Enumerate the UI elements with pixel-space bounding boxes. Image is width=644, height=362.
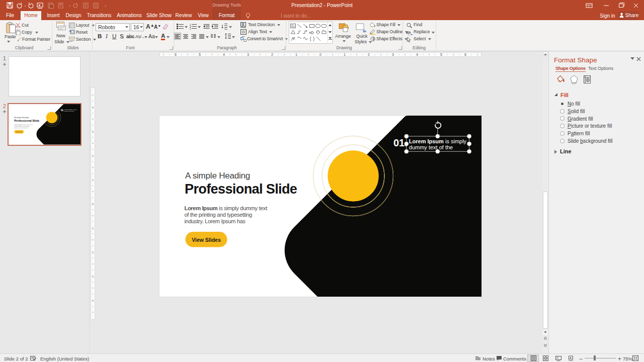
svg-text:2: 2 <box>368 53 370 56</box>
svg-text:1: 1 <box>295 53 297 56</box>
svg-text:3: 3 <box>247 53 249 56</box>
svg-text:3: 3 <box>92 130 94 133</box>
svg-text:ab: ab <box>406 30 411 35</box>
svg-text:5: 5 <box>199 53 201 56</box>
svg-text:3: 3 <box>392 53 394 56</box>
svg-text:1: 1 <box>92 178 94 182</box>
svg-text:1: 1 <box>344 53 346 56</box>
svg-text:6: 6 <box>464 53 466 56</box>
svg-text:1: 1 <box>92 227 94 230</box>
svg-text:2: 2 <box>92 154 94 157</box>
svg-text:2: 2 <box>92 251 94 254</box>
svg-text:5: 5 <box>440 53 442 56</box>
svg-text:4: 4 <box>92 299 94 302</box>
svg-text:0: 0 <box>319 53 321 56</box>
svg-text:0: 0 <box>92 203 94 206</box>
svg-text:4: 4 <box>416 53 418 56</box>
svg-text:2: 2 <box>271 53 273 56</box>
svg-text:6: 6 <box>175 53 177 56</box>
svg-text:3: 3 <box>92 275 94 278</box>
svg-text:4: 4 <box>223 53 225 56</box>
svg-text:4: 4 <box>92 106 94 109</box>
svg-text:3: 3 <box>190 28 191 30</box>
